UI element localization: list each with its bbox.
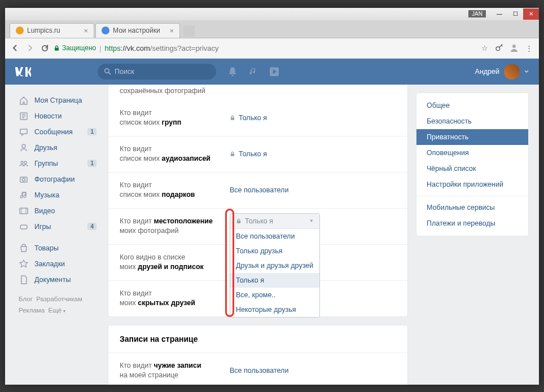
camera-icon (19, 174, 29, 184)
lock-icon (230, 115, 235, 121)
dropdown-option[interactable]: Только я (230, 273, 319, 288)
browser-tabstrip: Lumpics.ru × Мои настройки × (5, 20, 539, 38)
window-minimize-button[interactable]: — (492, 8, 507, 20)
home-icon (19, 95, 29, 105)
chevron-down-icon: ▼ (309, 218, 314, 223)
news-icon (19, 111, 29, 121)
svg-point-2 (105, 68, 109, 73)
nav-video[interactable]: Видео (15, 203, 100, 219)
browser-tab[interactable]: Lumpics.ru × (10, 23, 94, 38)
privacy-value[interactable]: Только я (230, 108, 267, 128)
menu-icon[interactable]: ⋮ (523, 42, 534, 54)
tab-close-icon[interactable]: × (84, 27, 88, 35)
star-icon[interactable]: ☆ (479, 42, 490, 54)
nav-photos[interactable]: Фотографии (15, 171, 100, 187)
nav-groups[interactable]: Группы1 (15, 156, 100, 171)
bell-icon[interactable] (227, 67, 238, 77)
settings-privacy[interactable]: Приватность (416, 129, 528, 145)
browser-tab[interactable]: Мои настройки × (95, 23, 180, 38)
favicon-icon (102, 27, 109, 34)
nav-my-page[interactable]: Моя Страница (15, 93, 100, 108)
privacy-row-location: Кто видит местоположениемоих фотографий … (108, 209, 407, 245)
footer-blog-link[interactable]: Блог (19, 296, 33, 302)
window-maximize-button[interactable]: ☐ (507, 8, 523, 20)
music-icon[interactable] (249, 67, 258, 77)
profile-icon[interactable] (508, 42, 520, 54)
badge: 1 (87, 128, 96, 135)
nav-back-button[interactable] (10, 42, 21, 54)
tab-close-icon[interactable]: × (169, 27, 174, 35)
groups-icon (19, 158, 29, 169)
chevron-down-icon (524, 69, 529, 74)
settings-payments[interactable]: Платежи и переводы (416, 215, 528, 231)
privacy-row-audio: Кто видитсписок моих аудиозаписей Только… (108, 136, 407, 173)
new-tab-button[interactable] (183, 25, 195, 37)
play-icon[interactable] (269, 67, 279, 77)
settings-blacklist[interactable]: Чёрный список (416, 161, 528, 177)
vk-logo-icon[interactable] (15, 67, 41, 77)
market-icon (19, 243, 29, 253)
dropdown-option[interactable]: Все, кроме.. (230, 288, 319, 302)
badge: 1 (87, 160, 96, 167)
browser-window: JAN — ☐ ✕ Lumpics.ru × Мои настройки × (5, 8, 539, 385)
nav-documents[interactable]: Документы (15, 272, 100, 288)
privacy-value[interactable]: Все пользователи (230, 361, 288, 381)
truncated-row: сохранённых фотографий (108, 85, 407, 100)
nav-reload-button[interactable] (39, 42, 50, 54)
key-icon[interactable] (494, 42, 505, 54)
vk-header: Поиск Андрей (5, 59, 539, 85)
nav-games[interactable]: Игры4 (15, 219, 100, 235)
section-title: Записи на странице (108, 325, 407, 353)
settings-apps[interactable]: Настройки приложений (416, 177, 528, 192)
tab-title: Lumpics.ru (27, 27, 60, 34)
svg-point-6 (21, 161, 23, 164)
svg-point-1 (512, 45, 516, 48)
privacy-value[interactable]: Все пользователи (230, 180, 288, 200)
titlebar-tag: JAN (468, 10, 486, 17)
nav-messages[interactable]: Сообщения1 (15, 124, 100, 140)
settings-security[interactable]: Безопасность (416, 113, 528, 129)
games-icon (19, 222, 29, 232)
privacy-dropdown[interactable]: Только я ▼ Все пользователи Только друзь… (230, 213, 320, 318)
svg-point-0 (496, 47, 500, 51)
nav-forward-button[interactable] (24, 42, 36, 54)
nav-market[interactable]: Товары (15, 240, 100, 256)
username: Андрей (475, 68, 499, 76)
address-bar[interactable]: Защищено | https://vk.com/settings?act=p… (54, 44, 476, 52)
message-icon (19, 127, 29, 137)
user-menu[interactable]: Андрей (475, 64, 529, 80)
settings-sidebar: Общее Безопасность Приватность Оповещени… (416, 85, 529, 385)
nav-music[interactable]: Музыка (15, 187, 100, 203)
footer-ads-link[interactable]: Реклама (19, 307, 45, 314)
friends-icon (19, 143, 29, 153)
settings-notifications[interactable]: Оповещения (416, 145, 528, 161)
search-input[interactable]: Поиск (98, 64, 216, 80)
settings-mobile[interactable]: Мобильные сервисы (416, 200, 528, 215)
dropdown-selected[interactable]: Только я ▼ (230, 214, 319, 229)
lock-icon (230, 151, 235, 157)
avatar (504, 64, 520, 80)
document-icon (19, 275, 29, 285)
header-icons (227, 67, 279, 77)
window-close-button[interactable]: ✕ (523, 8, 539, 20)
search-icon (104, 68, 111, 75)
lock-icon (236, 218, 242, 224)
footer-more-link[interactable]: Ещё (49, 307, 62, 314)
settings-general[interactable]: Общее (416, 98, 528, 113)
svg-rect-10 (20, 208, 28, 214)
privacy-value[interactable]: Только я (230, 144, 267, 164)
nav-friends[interactable]: Друзья (15, 140, 100, 156)
nav-bookmarks[interactable]: Закладки (15, 256, 100, 272)
svg-point-7 (24, 161, 27, 164)
dropdown-option[interactable]: Друзья и друзья друзей (230, 258, 319, 273)
left-sidebar: Моя Страница Новости Сообщения1 Друзья Г… (15, 85, 100, 385)
nav-news[interactable]: Новости (15, 108, 100, 124)
main-content: сохранённых фотографий Кто видитсписок м… (100, 85, 416, 385)
dropdown-option[interactable]: Только друзья (230, 244, 319, 258)
dropdown-option[interactable]: Некоторые друзья (230, 302, 319, 317)
footer-dev-link[interactable]: Разработчикам (36, 296, 82, 302)
svg-point-9 (23, 178, 25, 181)
window-titlebar: JAN — ☐ ✕ (5, 8, 539, 20)
dropdown-option[interactable]: Все пользователи (230, 229, 319, 244)
svg-rect-11 (20, 225, 27, 229)
